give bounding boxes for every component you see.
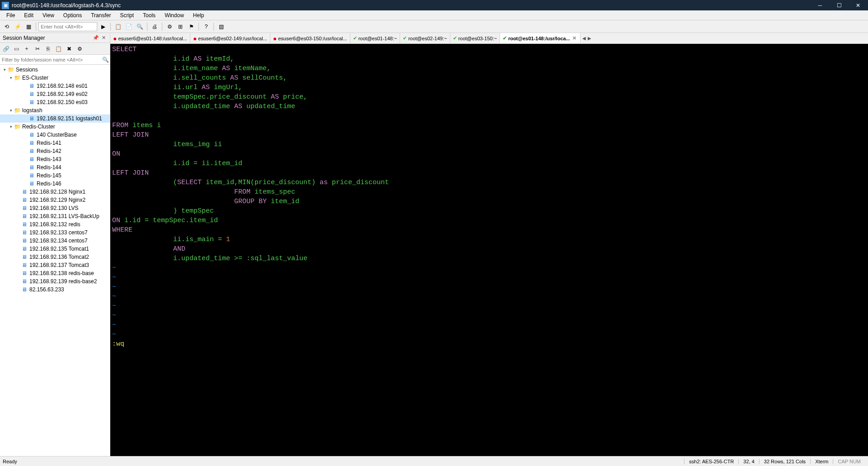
help-button[interactable]: ?	[201, 22, 211, 32]
filter-input[interactable]	[0, 55, 101, 64]
tree-session[interactable]: 🖥140 ClusterBase	[0, 131, 110, 139]
menu-window[interactable]: Window	[160, 11, 189, 19]
delete-button[interactable]: ✖	[64, 44, 74, 54]
find-button[interactable]: 🔍	[135, 22, 145, 32]
menu-file[interactable]: File	[2, 11, 19, 19]
new-session-button[interactable]: ＋	[22, 44, 32, 54]
session-tab[interactable]: ✔root@es01-148:~	[350, 33, 400, 43]
tab-label: esuser6@es02-149:/usr/local...	[198, 36, 267, 41]
tree-session[interactable]: 🖥192.168.92.132 redis	[0, 220, 110, 228]
close-button[interactable]: ✕	[853, 2, 863, 9]
tree-item-label: 192.168.92.132 redis	[29, 221, 80, 228]
tab-next-button[interactable]: ▶	[588, 36, 591, 41]
tree-session[interactable]: 🖥192.168.92.148 es01	[0, 82, 110, 90]
tree-item-label: 140 ClusterBase	[37, 132, 77, 138]
new-folder-button[interactable]: ▭	[11, 44, 21, 54]
properties-button[interactable]: ⚙	[75, 44, 85, 54]
session-manager-title: Session Manager	[3, 35, 91, 41]
tree-session[interactable]: 🖥192.168.92.135 Tomcat1	[0, 245, 110, 253]
print-button[interactable]: 🖨	[150, 22, 160, 32]
tree-session[interactable]: 🖥192.168.92.137 Tomcat3	[0, 261, 110, 269]
tree-session[interactable]: 🖥192.168.92.129 Nginx2	[0, 196, 110, 204]
dot-icon: ●	[193, 35, 197, 42]
paste-session-button[interactable]: 📋	[53, 44, 63, 54]
tree-item-label: 192.168.92.150 es03	[37, 99, 88, 105]
terminal[interactable]: SELECT i.id AS itemId, i.item_name AS it…	[110, 44, 868, 456]
session-icon: 🖥	[28, 91, 35, 97]
menu-options[interactable]: Options	[59, 11, 86, 19]
reconnect-button[interactable]: ⟲	[2, 22, 12, 32]
tab-label: esuser6@es01-148:/usr/local...	[118, 36, 187, 41]
settings-button[interactable]: ⚙	[165, 22, 175, 32]
session-icon: 🖥	[28, 172, 35, 179]
tree-session[interactable]: 🖥192.168.92.136 Tomcat2	[0, 253, 110, 261]
session-tab[interactable]: ●esuser6@es03-150:/usr/local...	[270, 33, 350, 43]
menu-tools[interactable]: Tools	[138, 11, 160, 19]
tree-session[interactable]: 🖥192.168.92.138 redis-base	[0, 269, 110, 277]
copy-button[interactable]: 📋	[113, 22, 123, 32]
menu-transfer[interactable]: Transfer	[86, 11, 115, 19]
tree-session[interactable]: 🖥Redis-146	[0, 180, 110, 188]
tree-session[interactable]: 🖥192.168.92.130 LVS	[0, 204, 110, 212]
tree-session[interactable]: 🖥Redis-142	[0, 147, 110, 155]
close-panel-button[interactable]: ✕	[100, 35, 107, 41]
toolbar-separator	[147, 23, 147, 31]
tab-close-button[interactable]: ✕	[571, 35, 577, 41]
tree-session[interactable]: 🖥192.168.92.134 centos7	[0, 237, 110, 245]
session-tab[interactable]: ✔root@es03-150:~	[450, 33, 500, 43]
tree-session[interactable]: 🖥Redis-143	[0, 155, 110, 163]
session-tab[interactable]: ●esuser6@es01-148:/usr/local...	[110, 33, 190, 43]
session-tree[interactable]: ▾📁Sessions▾📁ES-Cluster🖥192.168.92.148 es…	[0, 65, 110, 456]
host-input[interactable]	[38, 22, 97, 31]
tree-session[interactable]: 🖥192.168.92.151 logstash01	[0, 114, 110, 123]
session-icon: 🖥	[28, 156, 35, 162]
tree-session[interactable]: 🖥192.168.92.131 LVS-BackUp	[0, 212, 110, 220]
menu-help[interactable]: Help	[189, 11, 209, 19]
minimize-button[interactable]: ─	[815, 2, 826, 9]
copy-session-button[interactable]: ⎘	[43, 44, 53, 54]
tree-folder[interactable]: ▾📁Redis-Cluster	[0, 123, 110, 131]
tree-item-label: 192.168.92.148 es01	[37, 83, 88, 89]
tree-session[interactable]: 🖥Redis-141	[0, 139, 110, 147]
paste-button[interactable]: 📄	[124, 22, 134, 32]
log-button[interactable]: ⚑	[186, 22, 196, 32]
connect-dialog-button[interactable]: ▦	[24, 22, 33, 32]
tree-folder[interactable]: ▾📁ES-Cluster	[0, 74, 110, 82]
tab-prev-button[interactable]: ◀	[582, 36, 586, 41]
menu-view[interactable]: View	[38, 11, 59, 19]
session-tab[interactable]: ✔root@es01-148:/usr/loca...✕	[500, 33, 580, 43]
link-button[interactable]: 🔗	[1, 44, 11, 54]
cut-button[interactable]: ✂	[33, 44, 42, 54]
tree-item-label: Redis-144	[37, 164, 61, 171]
menu-script[interactable]: Script	[115, 11, 138, 19]
session-manager-panel: Session Manager 📌 ✕ 🔗 ▭ ＋ ✂ ⎘ 📋 ✖ ⚙ 🔍 ▾📁…	[0, 33, 110, 456]
clear-button[interactable]: ⊞	[175, 22, 185, 32]
extra-button[interactable]: ▧	[216, 22, 226, 32]
session-manager-header: Session Manager 📌 ✕	[0, 33, 110, 43]
connect-button[interactable]: ▶	[98, 22, 108, 32]
menu-edit[interactable]: Edit	[19, 11, 38, 19]
tree-session[interactable]: 🖥192.168.92.149 es02	[0, 90, 110, 98]
status-caps: CAP NUM	[833, 459, 865, 464]
tab-bar: ●esuser6@es01-148:/usr/local...●esuser6@…	[110, 33, 868, 44]
tree-item-label: 192.168.92.134 centos7	[29, 238, 88, 244]
disconnect-button[interactable]: ⚡	[13, 22, 23, 32]
tree-session[interactable]: 🖥Redis-145	[0, 171, 110, 180]
tree-session[interactable]: 🖥192.168.92.150 es03	[0, 98, 110, 106]
session-tab[interactable]: ✔root@es02-149:~	[400, 33, 450, 43]
tree-session[interactable]: 🖥192.168.92.128 Nginx1	[0, 188, 110, 196]
session-tab[interactable]: ●esuser6@es02-149:/usr/local...	[190, 33, 270, 43]
tree-root[interactable]: ▾📁Sessions	[0, 66, 110, 74]
session-icon: 🖥	[21, 286, 28, 293]
search-icon[interactable]: 🔍	[101, 55, 110, 64]
tree-item-label: ES-Cluster	[22, 75, 48, 81]
tree-item-label: Redis-143	[37, 156, 61, 162]
tree-session[interactable]: 🖥192.168.92.133 centos7	[0, 228, 110, 237]
tree-session[interactable]: 🖥Redis-144	[0, 163, 110, 171]
pin-button[interactable]: 📌	[91, 35, 100, 41]
tree-folder[interactable]: ▾📁logstash	[0, 106, 110, 114]
tree-session[interactable]: 🖥192.168.92.139 redis-base2	[0, 277, 110, 285]
tree-item-label: 192.168.92.149 es02	[37, 91, 88, 97]
tree-session[interactable]: 🖥82.156.63.233	[0, 285, 110, 294]
maximize-button[interactable]: ☐	[834, 2, 844, 9]
